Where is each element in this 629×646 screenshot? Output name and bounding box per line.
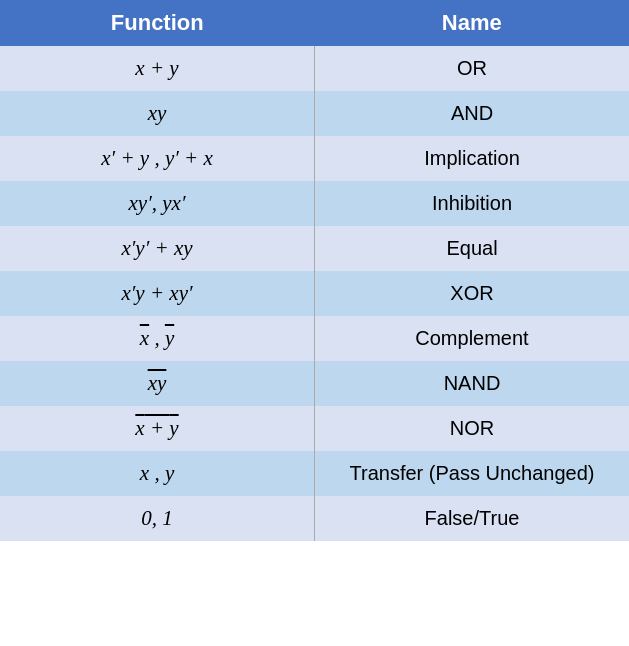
- function-cell: xy: [0, 91, 315, 136]
- function-cell: x , y: [0, 451, 315, 496]
- table-row: x + yNOR: [0, 406, 629, 451]
- name-cell: Implication: [315, 136, 630, 181]
- name-cell: Inhibition: [315, 181, 630, 226]
- table-row: x′y + xy′XOR: [0, 271, 629, 316]
- function-cell: x , y: [0, 316, 315, 361]
- table-row: 0, 1False/True: [0, 496, 629, 541]
- table-row: x , yComplement: [0, 316, 629, 361]
- name-header: Name: [315, 0, 630, 46]
- table-row: xyNAND: [0, 361, 629, 406]
- table-row: xyAND: [0, 91, 629, 136]
- name-cell: NOR: [315, 406, 630, 451]
- name-cell: OR: [315, 46, 630, 91]
- function-cell: xy′, yx′: [0, 181, 315, 226]
- logic-table: Function Name x + yORxyANDx′ + y , y′ + …: [0, 0, 629, 541]
- table-row: xy′, yx′Inhibition: [0, 181, 629, 226]
- function-header: Function: [0, 0, 315, 46]
- name-cell: NAND: [315, 361, 630, 406]
- name-cell: Transfer (Pass Unchanged): [315, 451, 630, 496]
- name-cell: AND: [315, 91, 630, 136]
- name-cell: Complement: [315, 316, 630, 361]
- function-cell: x + y: [0, 46, 315, 91]
- function-cell: x′y′ + xy: [0, 226, 315, 271]
- table-row: x′y′ + xyEqual: [0, 226, 629, 271]
- header-row: Function Name: [0, 0, 629, 46]
- function-cell: x + y: [0, 406, 315, 451]
- function-cell: x′ + y , y′ + x: [0, 136, 315, 181]
- function-cell: x′y + xy′: [0, 271, 315, 316]
- table-wrapper: Function Name x + yORxyANDx′ + y , y′ + …: [0, 0, 629, 541]
- function-cell: xy: [0, 361, 315, 406]
- function-cell: 0, 1: [0, 496, 315, 541]
- name-cell: Equal: [315, 226, 630, 271]
- table-row: x′ + y , y′ + xImplication: [0, 136, 629, 181]
- name-cell: XOR: [315, 271, 630, 316]
- name-cell: False/True: [315, 496, 630, 541]
- table-row: x , yTransfer (Pass Unchanged): [0, 451, 629, 496]
- table-row: x + yOR: [0, 46, 629, 91]
